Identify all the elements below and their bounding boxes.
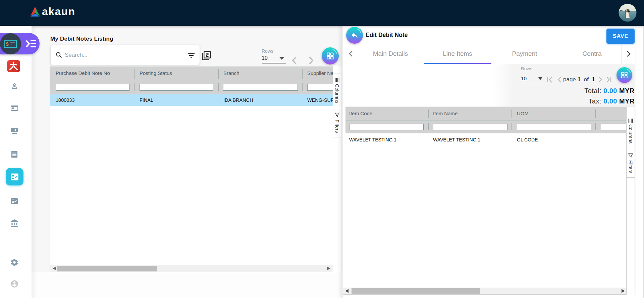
- svg-text:$: $: [6, 41, 9, 47]
